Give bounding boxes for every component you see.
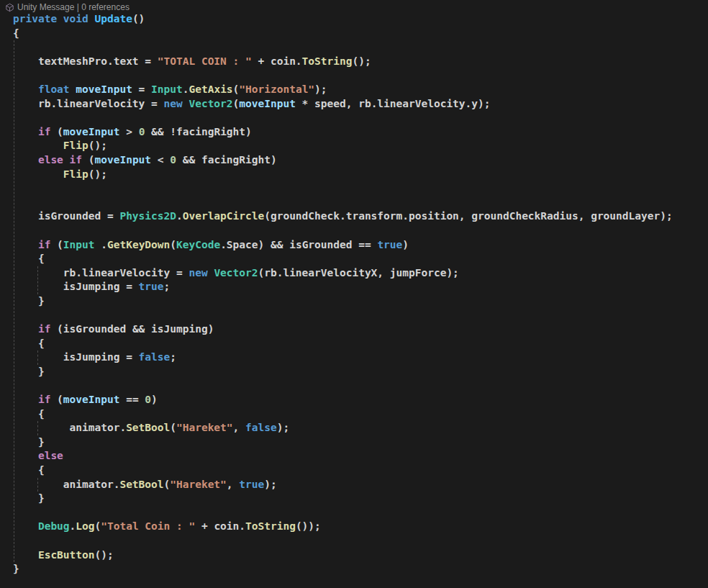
token-p: =: [132, 83, 151, 95]
token-p: ();: [88, 140, 107, 151]
token-v: moveInput: [239, 98, 296, 109]
codelens-unity-message[interactable]: Unity Message: [17, 2, 74, 12]
token-p: [13, 394, 38, 405]
token-p: animator.: [13, 479, 119, 490]
code-line[interactable]: Debug.Log("Total Coin : " + coin.ToStrin…: [0, 520, 708, 534]
token-t: Physics2D: [119, 210, 176, 222]
token-p: {: [13, 27, 19, 39]
token-p: }: [13, 436, 45, 448]
token-p: [13, 126, 38, 137]
code-line[interactable]: [0, 68, 708, 83]
token-p: }: [13, 366, 45, 377]
code-line[interactable]: textMeshPro.text = "TOTAL COIN : " + coi…: [0, 55, 708, 69]
code-line[interactable]: Flip();: [0, 168, 708, 182]
code-line[interactable]: }: [0, 435, 708, 450]
token-t: Input: [151, 83, 183, 95]
token-p: (): [132, 13, 145, 24]
token-p: [13, 549, 38, 561]
code-line[interactable]: if (moveInput > 0 && !facingRight): [0, 125, 708, 140]
token-p: [13, 140, 63, 151]
token-p: [13, 323, 38, 335]
code-line[interactable]: rb.linearVelocity = new Vector2(moveInpu…: [0, 97, 708, 112]
code-line[interactable]: Flip();: [0, 139, 708, 153]
code-line[interactable]: [0, 379, 708, 393]
code-line[interactable]: animator.SetBool("Hareket", true);: [0, 478, 708, 492]
token-p: {: [13, 253, 45, 264]
token-m: EscButton: [38, 549, 95, 561]
code-line[interactable]: rb.linearVelocity = new Vector2(rb.linea…: [0, 266, 708, 281]
token-m: ToString: [302, 55, 353, 67]
code-line[interactable]: if (isGrounded && isJumping): [0, 322, 708, 337]
token-m: GetAxis: [189, 83, 232, 95]
code-line[interactable]: else if (moveInput < 0 && facingRight): [0, 153, 708, 168]
code-line[interactable]: {: [0, 407, 708, 422]
token-s: "Hareket": [170, 479, 227, 490]
token-p: [70, 83, 76, 95]
token-p: ();: [352, 55, 371, 67]
token-p: );: [314, 83, 327, 95]
token-p: (: [50, 394, 63, 405]
code-line[interactable]: [0, 196, 708, 210]
code-line[interactable]: }: [0, 492, 708, 506]
token-p: + coin.: [195, 520, 245, 532]
token-v: moveInput: [95, 154, 152, 166]
code-line[interactable]: {: [0, 463, 708, 478]
code-line[interactable]: [0, 40, 708, 55]
token-p: (: [50, 126, 63, 137]
token-p: ();: [88, 168, 107, 180]
token-p: [13, 239, 38, 250]
token-p: ;: [170, 351, 176, 363]
code-line[interactable]: isGrounded = Physics2D.OverlapCircle(gro…: [0, 209, 708, 224]
token-s: "TOTAL COIN : ": [158, 55, 252, 67]
code-line[interactable]: isJumping = true;: [0, 280, 708, 294]
code-line[interactable]: [0, 308, 708, 322]
token-n: 0: [170, 154, 176, 166]
code-line[interactable]: isJumping = false;: [0, 350, 708, 365]
token-t: KeyCode: [176, 239, 220, 250]
token-k: private: [13, 13, 57, 24]
code-line[interactable]: }: [0, 365, 708, 379]
token-c: else: [38, 450, 63, 461]
token-s: "Horizontal": [239, 83, 314, 95]
token-p: rb.linearVelocity =: [13, 267, 189, 279]
token-k: true: [239, 479, 264, 490]
token-c: if: [38, 239, 50, 250]
code-line[interactable]: if (Input .GetKeyDown(KeyCode.Space) && …: [0, 238, 708, 253]
token-p: {: [13, 408, 45, 420]
token-p: ==: [119, 394, 145, 405]
code-line[interactable]: {: [0, 27, 708, 41]
code-line[interactable]: }: [0, 294, 708, 309]
code-line[interactable]: {: [0, 252, 708, 266]
code-line[interactable]: }: [0, 562, 708, 576]
token-m: Flip: [63, 140, 88, 151]
token-p: isJumping =: [13, 351, 139, 363]
code-line[interactable]: [0, 224, 708, 238]
token-c: if: [38, 323, 50, 335]
code-line[interactable]: else: [0, 449, 708, 463]
token-c: else: [38, 154, 63, 166]
token-p: + coin.: [252, 55, 302, 67]
code-line[interactable]: if (moveInput == 0): [0, 393, 708, 407]
token-p: [13, 520, 38, 532]
codelens-references[interactable]: 0 references: [81, 2, 130, 12]
token-p: .: [70, 520, 76, 532]
code-line[interactable]: [0, 534, 708, 548]
code-line[interactable]: animator.SetBool("Hareket", false);: [0, 421, 708, 435]
code-line[interactable]: {: [0, 337, 708, 351]
unity-cube-icon: [5, 3, 14, 12]
code-line[interactable]: [0, 111, 708, 125]
token-p: }: [13, 295, 45, 307]
token-k: void: [63, 13, 88, 24]
token-p: (rb.linearVelocityX, jumpForce);: [258, 267, 458, 279]
code-line[interactable]: private void Update(): [0, 12, 708, 27]
token-m: GetKeyDown: [107, 239, 170, 250]
token-p: * speed, rb.linearVelocity.y);: [296, 98, 491, 109]
token-p: );: [277, 422, 289, 433]
code-line[interactable]: EscButton();: [0, 548, 708, 563]
code-line[interactable]: float moveInput = Input.GetAxis("Horizon…: [0, 83, 708, 97]
code-lines: private void Update(){ textMeshPro.text …: [0, 12, 708, 576]
code-editor[interactable]: Unity Message | 0 references private voi…: [0, 0, 708, 588]
code-line[interactable]: [0, 506, 708, 520]
code-line[interactable]: [0, 181, 708, 196]
token-v: moveInput: [76, 83, 132, 95]
